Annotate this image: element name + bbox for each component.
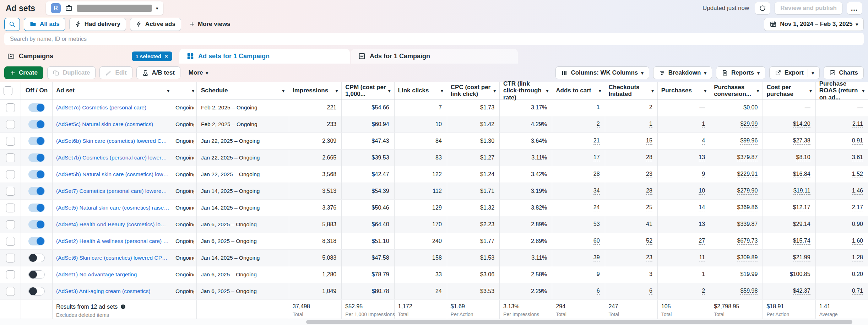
column-header-pcv[interactable]: Purchases conversion...▾ bbox=[710, 82, 763, 99]
column-header-impressions[interactable]: Impressions▾ bbox=[289, 82, 342, 99]
selected-count-badge[interactable]: 1 selected ✕ bbox=[132, 52, 172, 61]
search-filter-button[interactable] bbox=[4, 18, 20, 31]
refresh-button[interactable] bbox=[755, 2, 770, 15]
chevron-down-icon[interactable]: ▾ bbox=[812, 71, 814, 75]
columns-button[interactable]: Columns: WK Columns ▾ bbox=[555, 66, 649, 79]
purchases-value: 1 bbox=[702, 121, 705, 128]
row-checkbox[interactable] bbox=[6, 170, 15, 179]
status-toggle[interactable] bbox=[28, 270, 45, 279]
view-active-ads[interactable]: Active ads bbox=[130, 18, 181, 31]
row-checkbox[interactable] bbox=[6, 103, 15, 112]
sort-caret-icon[interactable]: ▾ bbox=[757, 88, 759, 93]
adset-name-link[interactable]: (AdSet6) Skin care (cosmetics) lowered C… bbox=[56, 255, 169, 261]
tab-ads[interactable]: Ads for 1 Campaign bbox=[351, 49, 518, 64]
row-checkbox[interactable] bbox=[6, 220, 15, 229]
view-all-ads[interactable]: All ads bbox=[24, 18, 65, 31]
sort-caret-icon[interactable]: ▾ bbox=[546, 88, 549, 93]
row-checkbox[interactable] bbox=[6, 270, 15, 279]
status-toggle[interactable] bbox=[28, 137, 45, 145]
sort-caret-icon[interactable]: ▾ bbox=[651, 88, 654, 93]
row-checkbox[interactable] bbox=[6, 254, 15, 262]
adset-name-link[interactable]: (AdSet7b) Cosmetics (personal care) lowe… bbox=[56, 155, 169, 161]
row-checkbox[interactable] bbox=[6, 137, 15, 146]
status-toggle[interactable] bbox=[28, 103, 45, 112]
reports-button[interactable]: Reports ▾ bbox=[716, 66, 765, 79]
export-button[interactable]: Export ▾ bbox=[769, 66, 820, 79]
sort-caret-icon[interactable]: ▾ bbox=[282, 88, 284, 93]
column-header-ctr[interactable]: CTR (link click-through rate)▾ bbox=[500, 82, 552, 99]
adset-name-link[interactable]: (AdSet2) Health & wellness (personal car… bbox=[56, 238, 169, 244]
sort-caret-icon[interactable]: ▾ bbox=[704, 88, 707, 93]
column-header-roas[interactable]: Purchase ROAS (return on ad...▾ bbox=[816, 82, 868, 99]
column-header-link-clicks[interactable]: Link clicks▾ bbox=[395, 82, 447, 99]
adset-name-link[interactable]: (AdSet3) Anti-aging cream (cosmetics) bbox=[56, 288, 150, 294]
tab-adsets[interactable]: Ad sets for 1 Campaign bbox=[179, 49, 350, 64]
adset-name-link[interactable]: (AdSet4) Health And Beauty (cosmetics) l… bbox=[56, 221, 169, 228]
status-toggle[interactable] bbox=[28, 220, 45, 229]
more-options-button[interactable]: … bbox=[847, 2, 862, 15]
search-input[interactable] bbox=[4, 33, 864, 45]
charts-button[interactable]: Charts bbox=[824, 66, 864, 79]
sort-caret-icon[interactable]: ▾ bbox=[388, 88, 391, 93]
row-checkbox[interactable] bbox=[6, 187, 15, 196]
column-header-cpc[interactable]: CPC (cost per link click)▾ bbox=[447, 82, 500, 99]
date-range-picker[interactable]: Nov 1, 2024 – Feb 3, 2025 ▾ bbox=[764, 18, 864, 31]
breakdown-button[interactable]: Breakdown ▾ bbox=[653, 66, 712, 79]
view-had-delivery[interactable]: Had delivery bbox=[69, 18, 126, 31]
status-toggle[interactable] bbox=[28, 120, 45, 129]
info-icon[interactable] bbox=[120, 304, 126, 310]
row-checkbox[interactable] bbox=[6, 153, 15, 162]
ab-test-button[interactable]: A/B test bbox=[136, 66, 180, 79]
ctr-value: 3.64% bbox=[531, 138, 547, 144]
adset-name-link[interactable]: (AdSet5b) Natural skin care (cosmetics) … bbox=[56, 171, 169, 178]
column-header-ad-set[interactable]: Ad set▾ bbox=[53, 82, 173, 99]
columns-icon bbox=[561, 70, 568, 76]
sort-caret-icon[interactable]: ▾ bbox=[599, 88, 601, 93]
sort-caret-icon[interactable]: ▾ bbox=[862, 88, 864, 93]
adset-name-link[interactable]: (AdSet7c) Cosmetics (personal care) bbox=[56, 104, 146, 111]
sort-caret-icon[interactable]: ▾ bbox=[441, 88, 443, 93]
account-selector[interactable]: R ▾ bbox=[46, 1, 163, 15]
close-icon[interactable]: ✕ bbox=[164, 54, 168, 59]
review-publish-button[interactable]: Review and publish bbox=[775, 2, 842, 15]
sort-caret-icon[interactable]: ▾ bbox=[192, 88, 194, 93]
sort-caret-icon[interactable]: ▾ bbox=[494, 88, 496, 93]
duplicate-button[interactable]: Duplicate bbox=[47, 66, 96, 79]
status-toggle[interactable] bbox=[28, 204, 45, 212]
column-header-schedule[interactable]: Schedule▾ bbox=[197, 82, 289, 99]
select-all-checkbox[interactable] bbox=[4, 86, 12, 95]
row-checkbox[interactable] bbox=[6, 287, 15, 296]
adset-name-link[interactable]: (AdSet1) No Advantage targeting bbox=[56, 271, 137, 278]
scrollbar-thumb[interactable] bbox=[306, 320, 852, 324]
column-header-cpm[interactable]: CPM (cost per 1,000...▾ bbox=[342, 82, 394, 99]
adset-name-link[interactable]: (AdSet6b) Skin care (cosmetics) lowered … bbox=[56, 138, 169, 144]
status-toggle[interactable] bbox=[28, 287, 45, 296]
chart-icon bbox=[829, 70, 836, 76]
status-toggle[interactable] bbox=[28, 237, 45, 245]
column-header-cpp[interactable]: Cost per purchase▾ bbox=[763, 82, 815, 99]
excludes-note: Excludes deleted items bbox=[56, 312, 109, 318]
status-toggle[interactable] bbox=[28, 153, 45, 162]
edit-button[interactable]: Edit bbox=[99, 66, 132, 79]
row-checkbox[interactable] bbox=[6, 204, 15, 212]
sort-caret-icon[interactable]: ▾ bbox=[167, 88, 169, 93]
sort-caret-icon[interactable]: ▾ bbox=[809, 88, 812, 93]
column-header-purchases[interactable]: Purchases▾ bbox=[658, 82, 710, 99]
tab-campaigns[interactable]: Campaigns 1 selected ✕ bbox=[0, 49, 179, 64]
horizontal-scrollbar[interactable] bbox=[0, 319, 868, 325]
status-toggle[interactable] bbox=[28, 254, 45, 262]
column-header-checkouts[interactable]: Checkouts Initiated▾ bbox=[605, 82, 658, 99]
adset-name-link[interactable]: (AdSet7) Cosmetics (personal care) lower… bbox=[56, 188, 169, 194]
more-views-button[interactable]: More views bbox=[185, 21, 235, 28]
status-toggle[interactable] bbox=[28, 170, 45, 179]
row-checkbox[interactable] bbox=[6, 120, 15, 129]
column-header-delivery[interactable]: ▾ bbox=[173, 82, 197, 99]
row-checkbox[interactable] bbox=[6, 237, 15, 246]
more-actions-button[interactable]: More ▾ bbox=[184, 69, 212, 76]
adset-name-link[interactable]: (AdSet5) Natural skin care (cosmetics) r… bbox=[56, 205, 169, 211]
adset-name-link[interactable]: (AdSet5c) Natural skin care (cosmetics) bbox=[56, 121, 153, 128]
status-toggle[interactable] bbox=[28, 187, 45, 195]
create-button[interactable]: Create bbox=[4, 66, 43, 79]
sort-caret-icon[interactable]: ▾ bbox=[336, 88, 338, 93]
column-header-adds-to-cart[interactable]: Adds to cart▾ bbox=[552, 82, 605, 99]
